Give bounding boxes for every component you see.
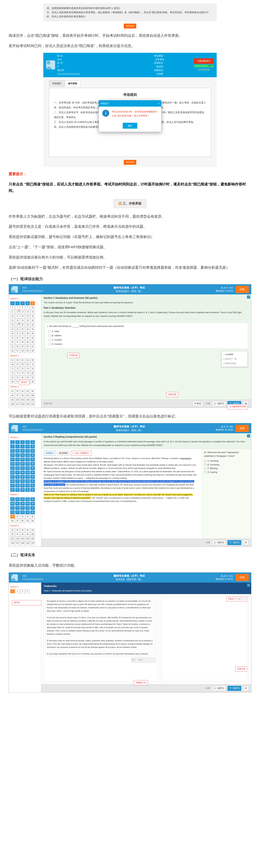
submit-button[interactable]: 交卷 (235, 574, 249, 581)
option[interactable]: A. Shocking (204, 459, 249, 463)
nav-cell[interactable]: 86 (10, 380, 15, 384)
nav-cell[interactable]: 109 (25, 541, 30, 545)
nav-cell[interactable]: 67 (15, 502, 20, 505)
nav-cell[interactable]: 51 (10, 345, 15, 349)
nav-cell[interactable]: 100 (30, 394, 35, 398)
settings-icon[interactable]: ⚙ (243, 686, 249, 691)
nav-cell[interactable]: 33 (20, 328, 25, 331)
nav-cell[interactable]: 102 (15, 537, 20, 541)
nav-cell[interactable]: 6 (10, 306, 15, 310)
settings-icon[interactable]: ⚙ (243, 540, 249, 545)
emphasize-button[interactable]: 强调显示 (44, 451, 56, 456)
nav-cell[interactable]: 85 (30, 376, 35, 379)
nav-cell[interactable]: 16 (10, 453, 15, 457)
nav-cell[interactable]: 75 (30, 506, 35, 510)
nav-cell[interactable]: 4 (25, 440, 30, 444)
nav-cell[interactable]: 3 (20, 301, 25, 305)
nav-cell[interactable]: 7 (15, 306, 20, 310)
nav-cell[interactable]: 94 (25, 390, 30, 393)
nav-cell[interactable]: 77 (15, 510, 20, 514)
nav-cell[interactable]: 97 (15, 394, 20, 398)
nav-cell[interactable]: 96 (10, 394, 15, 398)
nav-cell[interactable]: 76 (10, 371, 15, 375)
nav-cell[interactable]: 107 (15, 402, 20, 406)
nav-cell[interactable]: 80 (30, 510, 35, 514)
submit-button[interactable]: 交卷 (235, 425, 249, 432)
nav-cell[interactable]: 39 (25, 332, 30, 336)
nav-cell[interactable]: 94 (25, 528, 30, 532)
nav-cell[interactable]: 52 (15, 484, 20, 488)
nav-cell[interactable]: 97 (15, 533, 20, 536)
nav-cell[interactable]: 104 (25, 398, 30, 402)
nav-cell[interactable]: 27 (15, 462, 20, 466)
nav-cell[interactable]: 73 (20, 506, 25, 510)
nav-cell[interactable]: 58 (20, 488, 25, 492)
nav-cell[interactable]: 53 (20, 345, 25, 349)
nav-cell[interactable]: 56 (10, 349, 15, 353)
nav-cell[interactable]: 69 (25, 363, 30, 367)
nav-cell[interactable]: 2 (15, 589, 20, 593)
nav-cell[interactable]: 78 (20, 371, 25, 375)
nav-cell[interactable]: 17 (15, 314, 20, 318)
nav-cell[interactable]: 62 (15, 497, 20, 501)
nav-cell[interactable]: 16 (10, 314, 15, 318)
nav-cell[interactable]: 45 (30, 475, 35, 479)
nav-cell[interactable]: 80 (30, 371, 35, 375)
nav-cell[interactable]: 100 (30, 533, 35, 536)
nav-cell[interactable]: 26 (10, 323, 15, 327)
nav-cell[interactable]: 109 (25, 402, 30, 406)
nav-cell[interactable]: 64 (25, 358, 30, 362)
nav-cell[interactable]: 3 (20, 589, 25, 593)
nav-cell[interactable]: 108 (20, 402, 25, 406)
nav-cell[interactable]: 46 (10, 479, 15, 483)
nav-cell[interactable]: 4 (25, 589, 30, 593)
nav-cell[interactable]: 48 (20, 479, 25, 483)
nav-cell[interactable]: 108 (20, 541, 25, 545)
nav-cell[interactable]: 62 (15, 358, 20, 362)
nav-cell[interactable]: 98 (20, 533, 25, 536)
nav-cell[interactable]: 5 (30, 440, 35, 444)
nav-cell[interactable]: 55 (30, 484, 35, 488)
nav-cell[interactable]: 82 (15, 376, 20, 379)
nav-cell[interactable]: 3 (20, 440, 25, 444)
nav-cell[interactable]: 13 (20, 449, 25, 453)
nav-cell[interactable]: 68 (20, 363, 25, 367)
nav-cell[interactable]: 43 (20, 475, 25, 479)
nav-cell[interactable]: 66 (10, 502, 15, 505)
nav-cell[interactable]: 32 (15, 466, 20, 470)
nav-cell[interactable]: 54 (25, 484, 30, 488)
nav-cell[interactable]: 45 (30, 336, 35, 340)
nav-cell[interactable]: 87 (15, 519, 20, 523)
nav-cell[interactable]: 110 (30, 402, 35, 406)
nav-cell[interactable]: 105 (30, 537, 35, 541)
nav-cell[interactable]: 74 (25, 506, 30, 510)
nav-cell[interactable]: 10 (30, 306, 35, 310)
nav-cell[interactable]: 43 (20, 336, 25, 340)
option[interactable]: B. Surmising (204, 463, 249, 467)
nav-cell[interactable]: 50 (30, 340, 35, 344)
nav-cell[interactable]: 14 (25, 310, 30, 314)
nav-cell[interactable]: 71 (10, 506, 15, 510)
nav-cell[interactable]: 74 (25, 367, 30, 371)
nav-cell[interactable]: 17 (15, 453, 20, 457)
reading-passage[interactable]: Embracing failure is a cliché of the bus… (44, 457, 197, 503)
nav-cell[interactable]: 93 (20, 528, 25, 532)
nav-cell[interactable]: 90 (30, 519, 35, 523)
nav-cell[interactable]: 35 (30, 328, 35, 331)
nav-cell[interactable]: 82 (15, 515, 20, 519)
nav-cell[interactable]: 93 (20, 390, 25, 393)
nav-cell[interactable]: 6 (10, 444, 15, 448)
nav-cell[interactable]: 29 (25, 462, 30, 466)
nav-cell[interactable]: 14 (25, 449, 30, 453)
nav-cell[interactable]: 107 (15, 541, 20, 545)
nav-cell[interactable]: 28 (20, 323, 25, 327)
tab-rules[interactable]: 考场规则 (49, 81, 65, 87)
nav-cell[interactable]: 53 (20, 484, 25, 488)
nav-cell[interactable]: 1 (10, 589, 15, 593)
nav-cell[interactable]: 65 (30, 497, 35, 501)
nav-cell[interactable]: 40 (30, 471, 35, 474)
nav-cell[interactable]: 8 (20, 306, 25, 310)
nav-cell[interactable]: 35 (30, 466, 35, 470)
nav-cell[interactable]: 41 (10, 336, 15, 340)
tab-guide[interactable]: 操作指南 (65, 81, 80, 87)
